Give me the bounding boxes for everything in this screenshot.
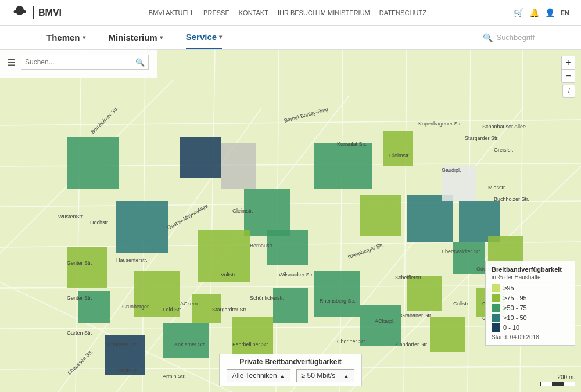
logo-divider — [33, 6, 34, 19]
nav-item-ministerium[interactable]: Ministerium ▾ — [109, 26, 163, 49]
search-placeholder: Suchbegriff — [496, 33, 535, 42]
legend-item-50: >50 - 75 — [492, 304, 569, 312]
legend-subtitle: in % der Haushalte — [492, 274, 569, 280]
chevron-icon-ministerium: ▾ — [160, 34, 163, 41]
top-link-besuch[interactable]: IHR BESUCH IM MINISTERIUM — [278, 9, 370, 16]
scale-segment-white — [541, 382, 552, 386]
svg-point-1 — [18, 8, 21, 11]
nav-label-service: Service — [186, 32, 217, 42]
cart-icon[interactable]: 🛒 — [514, 8, 523, 17]
legend-color-50 — [492, 304, 500, 312]
scale-segment-black — [552, 382, 563, 386]
legend-label-75: >75 - 95 — [503, 294, 527, 301]
bottom-bar-inner: Private Breitbandverfügbarkeit Alle Tech… — [219, 354, 361, 386]
speed-select-chevron: ▲ — [343, 373, 349, 379]
person-icon[interactable]: 👤 — [545, 8, 555, 17]
language-button[interactable]: EN — [561, 9, 569, 16]
top-icons: 🛒 🔔 👤 EN — [514, 8, 569, 17]
zoom-out-button[interactable]: − — [562, 70, 575, 82]
legend-date: Stand: 04.09.2018 — [492, 334, 569, 340]
map-container: Bornholmer Str. Bärbel-Bohley-Ring Kopen… — [0, 50, 581, 392]
top-link-datenschutz[interactable]: DATENSCHUTZ — [379, 9, 426, 16]
technology-select[interactable]: Alle Techniken ▲ — [227, 369, 290, 382]
map-legend: Breitbandverfügbarkeit in % der Haushalt… — [485, 261, 575, 346]
bell-icon[interactable]: 🔔 — [529, 8, 539, 17]
sidebar-header: ☰ 🔍 — [5, 55, 152, 70]
hamburger-icon[interactable]: ☰ — [5, 56, 17, 69]
map-sidebar: ☰ 🔍 — [0, 50, 157, 78]
map-zoom-controls: + − — [561, 56, 575, 83]
logo-text: BMVI — [38, 8, 62, 18]
scale-label: 200 m. — [557, 374, 575, 380]
speed-select-label: ≥ 50 Mbit/s — [302, 372, 336, 380]
nav-item-themen[interactable]: Themen ▾ — [46, 26, 85, 49]
legend-item-0: 0 - 10 — [492, 323, 569, 332]
legend-color-95 — [492, 284, 500, 292]
map-search-button[interactable]: 🔍 — [135, 58, 145, 67]
map-scale: 200 m. — [540, 374, 575, 386]
nav-label-themen: Themen — [46, 33, 80, 42]
legend-item-95: >95 — [492, 284, 569, 292]
top-link-presse[interactable]: PRESSE — [203, 9, 229, 16]
top-navigation: BMVI BMVI AKTUELL PRESSE KONTAKT IHR BES… — [0, 0, 581, 26]
technology-select-label: Alle Techniken — [232, 372, 277, 380]
search-input-wrap: 🔍 — [21, 55, 149, 70]
top-link-kontakt[interactable]: KONTAKT — [239, 9, 268, 16]
logo-area: BMVI — [12, 5, 62, 21]
legend-item-10: >10 - 50 — [492, 314, 569, 322]
search-icon: 🔍 — [483, 33, 493, 42]
top-links: BMVI AKTUELL PRESSE KONTAKT IHR BESUCH I… — [149, 9, 426, 16]
legend-color-10 — [492, 314, 500, 322]
bottom-bar-selects: Alle Techniken ▲ ≥ 50 Mbit/s ▲ — [227, 369, 354, 382]
map-info-button[interactable]: i — [562, 85, 575, 98]
legend-color-0 — [492, 323, 500, 332]
bottom-bar-title: Private Breitbandverfügbarkeit — [239, 358, 341, 366]
nav-item-service[interactable]: Service ▾ — [186, 26, 222, 49]
top-link-bmvi[interactable]: BMVI AKTUELL — [149, 9, 194, 16]
scale-segment-white2 — [564, 382, 575, 386]
main-navigation: Themen ▾ Ministerium ▾ Service ▾ 🔍 Suchb… — [0, 26, 581, 50]
eagle-logo — [12, 5, 28, 21]
scale-bar — [540, 382, 575, 386]
zoom-in-button[interactable]: + — [562, 56, 575, 69]
legend-item-75: >75 - 95 — [492, 294, 569, 302]
chevron-icon-themen: ▾ — [83, 34, 85, 41]
legend-label-0: 0 - 10 — [503, 324, 519, 331]
main-search[interactable]: 🔍 Suchbegriff — [483, 33, 535, 42]
legend-label-95: >95 — [503, 285, 514, 292]
legend-label-50: >50 - 75 — [503, 304, 527, 311]
speed-select[interactable]: ≥ 50 Mbit/s ▲ — [296, 369, 354, 382]
map-search-input[interactable] — [25, 58, 135, 66]
chevron-icon-service: ▾ — [219, 34, 222, 40]
legend-label-10: >10 - 50 — [503, 314, 527, 321]
technology-select-chevron: ▲ — [279, 373, 285, 379]
legend-color-75 — [492, 294, 500, 302]
nav-label-ministerium: Ministerium — [109, 33, 157, 42]
legend-title: Breitbandverfügbarkeit — [492, 266, 569, 273]
